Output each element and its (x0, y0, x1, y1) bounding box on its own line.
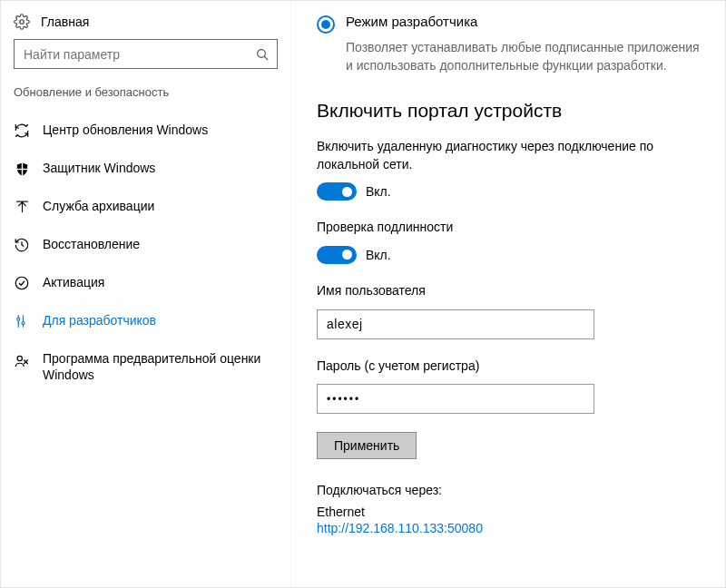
sidebar-item-label: Центр обновления Windows (43, 122, 208, 139)
remote-diag-label: Включить удаленную диагностику через под… (317, 138, 700, 173)
svg-line-2 (264, 56, 268, 60)
insider-icon (14, 353, 30, 369)
gear-icon (14, 14, 30, 30)
sidebar-item-activation[interactable]: Активация (1, 264, 290, 302)
auth-label: Проверка подлинности (317, 219, 700, 237)
sidebar-item-backup[interactable]: Служба архивации (1, 188, 290, 226)
svg-point-0 (20, 20, 25, 24)
home-label: Главная (41, 15, 89, 29)
sidebar-item-label: Программа предварительной оценки Windows (43, 351, 278, 383)
toggle-state: Вкл. (366, 184, 391, 199)
svg-point-11 (22, 322, 25, 325)
history-icon (14, 237, 30, 253)
search-field[interactable] (24, 47, 248, 62)
svg-point-12 (17, 356, 22, 360)
toggle-state: Вкл. (366, 248, 391, 262)
sidebar-item-label: Активация (43, 275, 104, 291)
sidebar-item-label: Восстановление (43, 237, 140, 253)
remote-diag-toggle[interactable] (317, 182, 357, 201)
sidebar-item-insider[interactable]: Программа предварительной оценки Windows (1, 340, 290, 394)
username-value: alexej (327, 317, 363, 331)
shield-icon (14, 161, 30, 177)
auth-toggle[interactable] (317, 246, 357, 264)
search-input[interactable] (14, 39, 278, 69)
apply-button[interactable]: Применить (317, 432, 417, 459)
password-field[interactable]: •••••• (317, 384, 594, 414)
svg-point-1 (258, 49, 266, 57)
search-icon (255, 47, 270, 62)
password-label: Пароль (с учетом регистра) (317, 358, 700, 376)
svg-rect-4 (16, 168, 26, 169)
svg-point-9 (17, 318, 20, 320)
check-circle-icon (14, 275, 30, 291)
sidebar-item-recovery[interactable]: Восстановление (1, 226, 290, 264)
username-field[interactable]: alexej (317, 309, 594, 339)
tools-icon (14, 313, 30, 329)
username-label: Имя пользователя (317, 282, 700, 300)
radio-label: Режим разработчика (346, 14, 477, 29)
svg-point-7 (15, 277, 28, 289)
main-content: Режим разработчика Позволяет устанавлива… (291, 1, 725, 587)
connect-url-link[interactable]: http://192.168.110.133:50080 (317, 521, 700, 535)
sidebar-item-developers[interactable]: Для разработчиков (1, 302, 290, 340)
sidebar-item-label: Для разработчиков (43, 313, 156, 329)
connect-type: Ethernet (317, 505, 700, 519)
sidebar-item-windows-update[interactable]: Центр обновления Windows (1, 112, 290, 150)
developer-mode-radio[interactable]: Режим разработчика (317, 14, 700, 34)
upload-icon (14, 199, 30, 215)
device-portal-heading: Включить портал устройств (317, 100, 700, 122)
sync-icon (14, 122, 30, 139)
sidebar-item-defender[interactable]: Защитник Windows (1, 150, 290, 188)
radio-icon (317, 15, 335, 34)
sidebar: Главная Обновление и безопасность Цен (1, 1, 291, 587)
connect-via-label: Подключаться через: (317, 483, 700, 497)
home-link[interactable]: Главная (1, 10, 290, 39)
sidebar-item-label: Защитник Windows (43, 161, 155, 177)
sidebar-item-label: Служба архивации (43, 199, 154, 215)
section-title: Обновление и безопасность (1, 85, 290, 112)
password-value: •••••• (327, 393, 360, 406)
developer-mode-desc: Позволяет устанавливать любые подписанны… (346, 39, 700, 74)
